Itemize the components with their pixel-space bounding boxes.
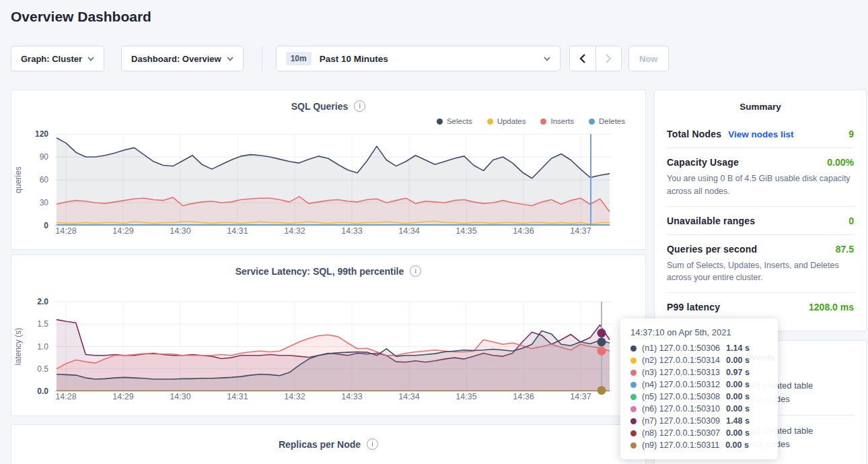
x-axis-tick: 14:36 <box>513 392 534 401</box>
legend-dot <box>540 119 546 125</box>
y-axis-tick: 30 <box>40 198 49 207</box>
tooltip-node-label: (n4) 127.0.0.1:50312 <box>642 380 720 389</box>
replicas-per-node-title: Replicas per Node <box>279 439 361 450</box>
tooltip-node-value: 0.00 s <box>726 380 750 389</box>
replicas-per-node-panel: Replicas per Node i <box>11 424 646 464</box>
node-color-dot <box>630 418 637 424</box>
tooltip-node-value: 0.00 s <box>726 428 750 438</box>
summary-title: Summary <box>667 102 854 112</box>
summary-item-label: Total Nodes <box>667 129 721 139</box>
x-axis-tick: 14:33 <box>341 226 362 236</box>
y-axis-tick: 0.5 <box>37 364 48 374</box>
legend-item-inserts[interactable]: Inserts <box>540 117 574 125</box>
tooltip-node-row: (n2) 127.0.0.1:503140.00 s <box>630 354 768 366</box>
tooltip-node-value: 1.48 s <box>726 416 750 426</box>
tooltip-node-row: (n3) 127.0.0.1:503130.97 s <box>630 366 768 378</box>
chevron-down-icon <box>87 57 94 61</box>
graph-dropdown-label: Graph: Cluster <box>21 54 82 64</box>
tooltip-node-value: 0.00 s <box>726 392 750 401</box>
service-latency-title: Service Latency: SQL, 99th percentile <box>236 266 404 277</box>
node-color-dot <box>630 382 637 388</box>
x-axis-tick: 14:36 <box>513 226 534 236</box>
tooltip-node-label: (n8) 127.0.0.1:50307 <box>642 428 720 438</box>
node-color-dot <box>630 430 637 436</box>
x-axis-tick: 14:34 <box>398 392 419 401</box>
x-axis-tick: 14:32 <box>284 392 305 401</box>
tooltip-node-row: (n7) 127.0.0.1:503091.48 s <box>630 415 768 427</box>
tooltip-node-label: (n7) 127.0.0.1:50309 <box>642 416 720 426</box>
x-axis-tick: 14:32 <box>284 226 305 236</box>
tooltip-node-value: 1.14 s <box>726 343 750 353</box>
view-nodes-list-link[interactable]: View nodes list <box>728 129 793 139</box>
tooltip-node-row: (n5) 127.0.0.1:503080.00 s <box>630 391 768 403</box>
now-button[interactable]: Now <box>628 46 669 71</box>
y-axis-tick: 2.0 <box>37 297 48 306</box>
legend-dot <box>487 119 493 125</box>
sql-queries-chart[interactable]: 14:2814:2914:3014:3114:3214:3314:3414:35… <box>11 125 637 246</box>
time-range-badge: 10m <box>286 52 312 65</box>
legend-item-deletes[interactable]: Deletes <box>589 117 625 125</box>
summary-item: Capacity Usage0.00%You are using 0 B of … <box>667 147 854 206</box>
toolbar: Graph: Cluster Dashboard: Overview 10m P… <box>11 46 669 71</box>
summary-item-label: P99 latency <box>667 302 720 312</box>
tooltip-node-label: (n9) 127.0.0.1:50311 <box>642 440 719 450</box>
tooltip-node-value: 0.00 s <box>725 440 749 450</box>
x-axis-tick: 14:34 <box>398 226 419 236</box>
summary-item-description: Sum of Selects, Updates, Inserts, and De… <box>667 259 854 285</box>
summary-item-value: 0 <box>848 216 854 226</box>
graph-dropdown[interactable]: Graph: Cluster <box>11 46 104 71</box>
x-axis-tick: 14:28 <box>55 392 76 401</box>
chevron-down-icon <box>544 57 550 61</box>
info-icon[interactable]: i <box>367 438 378 450</box>
y-axis-tick: 0 <box>44 221 48 230</box>
y-axis-label: queries <box>13 166 23 193</box>
service-latency-chart[interactable]: 14:2814:2914:3014:3114:3214:3314:3414:35… <box>11 290 637 411</box>
sql-queries-panel: SQL Queries i SelectsUpdatesInsertsDelet… <box>11 90 646 250</box>
time-back-button[interactable] <box>570 46 595 71</box>
node-color-dot <box>630 345 637 352</box>
legend-item-updates[interactable]: Updates <box>487 117 526 125</box>
tooltip-node-row: (n4) 127.0.0.1:503120.00 s <box>630 378 768 391</box>
info-icon[interactable]: i <box>354 100 365 112</box>
page-title: Overview Dashboard <box>11 9 151 25</box>
node-color-dot <box>630 394 637 400</box>
summary-panel: Summary Total NodesView nodes list9Capac… <box>654 90 867 331</box>
y-axis-tick: 90 <box>40 152 49 162</box>
tooltip-node-row: (n8) 127.0.0.1:503070.00 s <box>630 427 768 439</box>
y-axis-tick: 1.0 <box>37 342 48 352</box>
x-axis-tick: 14:29 <box>112 392 133 401</box>
y-axis-tick: 1.5 <box>37 319 48 329</box>
tooltip-node-label: (n1) 127.0.0.1:50306 <box>642 343 720 353</box>
legend-dot <box>437 119 443 125</box>
x-axis-tick: 14:29 <box>112 226 133 236</box>
x-axis-tick: 14:30 <box>170 226 190 236</box>
toolbar-divider <box>262 46 262 71</box>
summary-item: Total NodesView nodes list9 <box>667 120 854 147</box>
summary-item-description: You are using 0 B of 4.5 GiB usable disk… <box>667 172 854 198</box>
time-forward-button[interactable] <box>595 46 621 71</box>
summary-item: Unavailable ranges0 <box>667 206 854 234</box>
y-axis-tick: 0.0 <box>37 387 48 396</box>
dashboard-dropdown[interactable]: Dashboard: Overview <box>121 46 244 71</box>
chevron-left-icon <box>579 53 586 64</box>
x-axis-tick: 14:30 <box>170 392 190 401</box>
time-range-dropdown[interactable]: 10m Past 10 Minutes <box>276 46 560 71</box>
summary-item-value: 1208.0 ms <box>809 302 854 312</box>
tooltip-node-label: (n3) 127.0.0.1:50313 <box>642 368 720 377</box>
chart-hover-tooltip: 14:37:10 on Apr 5th, 2021 (n1) 127.0.0.1… <box>620 319 778 459</box>
node-color-dot <box>630 406 637 412</box>
tooltip-node-value: 0.00 s <box>726 404 750 413</box>
tooltip-node-value: 0.97 s <box>726 368 750 377</box>
summary-item-value: 9 <box>848 129 854 139</box>
x-axis-tick: 14:31 <box>227 392 248 401</box>
summary-item: P99 latency1208.0 ms <box>667 292 854 321</box>
legend-item-selects[interactable]: Selects <box>437 117 472 125</box>
legend-label: Deletes <box>599 117 625 125</box>
info-icon[interactable]: i <box>410 265 421 277</box>
node-color-dot <box>630 442 637 449</box>
summary-item-label: Unavailable ranges <box>667 216 755 226</box>
tooltip-node-label: (n2) 127.0.0.1:50314 <box>642 356 720 365</box>
node-color-dot <box>630 370 637 376</box>
sql-queries-title: SQL Queries <box>291 101 349 112</box>
x-axis-tick: 14:31 <box>227 226 248 236</box>
